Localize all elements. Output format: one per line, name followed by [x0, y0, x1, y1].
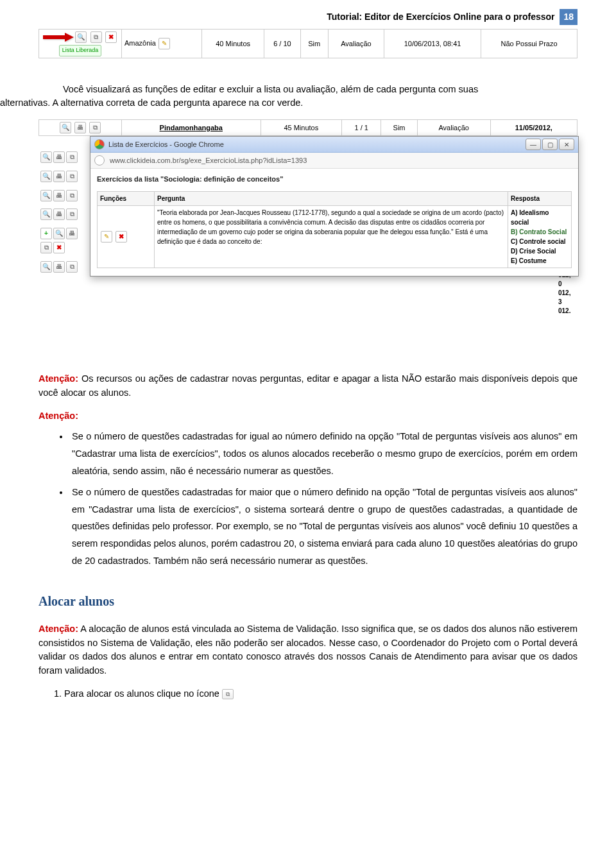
- answers-cell: A) Idealismo social B) Contrato Social C…: [508, 205, 572, 268]
- url-input[interactable]: [108, 156, 574, 165]
- peek-date: 012.: [558, 307, 578, 316]
- bullet-list: Se o número de questões cadastradas for …: [38, 428, 578, 570]
- peek-date: 0: [558, 280, 578, 289]
- delete-icon[interactable]: ✖: [53, 242, 65, 253]
- close-button[interactable]: ✕: [559, 139, 574, 150]
- steps-list: Para alocar os alunos clique no ícone ⧉: [38, 687, 578, 701]
- print-icon[interactable]: 🖶: [53, 171, 65, 182]
- section-title: Alocar alunos: [38, 592, 578, 611]
- minimize-button[interactable]: —: [526, 139, 541, 150]
- address-bar: [90, 153, 578, 169]
- page-header: Tutorial: Editor de Exercícios Online pa…: [38, 9, 578, 25]
- screenshot-composite: 🔍 🖶 ⧉ Pindamonhangaba 45 Minutos 1 / 1 S…: [38, 119, 578, 363]
- peek-date: 3: [558, 298, 578, 307]
- view-icon[interactable]: 🔍: [40, 209, 52, 220]
- cell-sim: Sim: [300, 30, 328, 58]
- answer-b: B) Contrato Social: [511, 227, 569, 237]
- atencao-label-3: Atenção:: [38, 624, 78, 634]
- popup-window: Lista de Exercícios - Google Chrome — ▢ …: [90, 136, 579, 277]
- answer-c: C) Controle social: [511, 237, 569, 246]
- th-funcoes: Funções: [98, 191, 155, 205]
- cell-duration: 40 Minutos: [202, 30, 264, 58]
- arrow-annotation: [43, 33, 75, 42]
- back-score: 1 / 1: [342, 120, 381, 136]
- view-icon[interactable]: 🔍: [40, 171, 52, 182]
- print-icon[interactable]: 🖶: [53, 151, 65, 163]
- bullet-2: Se o número de questões cadastradas for …: [69, 484, 578, 570]
- popup-title: Lista de Exercícios - Google Chrome: [108, 139, 522, 150]
- delete-icon[interactable]: ✖: [116, 231, 127, 243]
- view-icon[interactable]: 🔍: [53, 228, 65, 239]
- questions-table: Funções Pergunta Resposta ✎ ✖ "Teoria el…: [97, 191, 572, 268]
- print-icon[interactable]: 🖶: [53, 209, 65, 220]
- view-icon[interactable]: 🔍: [60, 122, 71, 133]
- cell-score: 6 / 10: [264, 30, 300, 58]
- th-pergunta: Pergunta: [155, 191, 508, 205]
- link-icon[interactable]: ⧉: [40, 242, 52, 253]
- globe-icon: [94, 155, 105, 166]
- link-icon[interactable]: ⧉: [66, 261, 78, 273]
- view-icon[interactable]: 🔍: [40, 261, 52, 273]
- print-icon[interactable]: 🖶: [53, 190, 65, 201]
- cell-type: Avaliação: [328, 30, 384, 58]
- peek-date: 012,: [558, 289, 578, 298]
- link-icon[interactable]: ⧉: [66, 171, 78, 182]
- question-text: "Teoria elaborada por Jean-Jacques Rouss…: [155, 205, 508, 268]
- link-icon[interactable]: ⧉: [90, 31, 102, 43]
- list-name: Amazônia: [124, 39, 156, 47]
- cell-deadline: Não Possui Prazo: [481, 30, 578, 58]
- view-icon[interactable]: 🔍: [75, 31, 87, 43]
- popup-list-title: Exercícios da lista "Sociologia: definiç…: [97, 174, 572, 185]
- view-icon[interactable]: 🔍: [40, 151, 52, 163]
- atencao-label: Atenção:: [38, 373, 78, 384]
- print-icon[interactable]: 🖶: [53, 261, 65, 273]
- print-icon[interactable]: 🖶: [74, 122, 86, 133]
- back-sim: Sim: [381, 120, 417, 136]
- th-resposta: Resposta: [508, 191, 572, 205]
- back-type: Avaliação: [417, 120, 490, 136]
- step-1: Para alocar os alunos clique no ícone ⧉: [64, 687, 578, 701]
- link-icon[interactable]: ⧉: [89, 122, 101, 133]
- back-date: 11/05/2012,: [490, 120, 577, 136]
- edit-icon[interactable]: ✎: [101, 231, 112, 243]
- back-name: Pindamonhangaba: [122, 120, 261, 136]
- link-icon[interactable]: ⧉: [66, 209, 78, 220]
- screenshot-row-table: 🔍 ⧉ ✖ Lista Liberada Amazônia ✎ 40 Minut…: [38, 29, 578, 58]
- status-badge: Lista Liberada: [59, 45, 102, 56]
- print-icon[interactable]: 🖶: [66, 228, 78, 239]
- answer-d: D) Crise Social: [511, 246, 569, 256]
- warning-1: Atenção: Os recursos ou ações de cadastr…: [38, 372, 578, 400]
- page-number: 18: [560, 9, 578, 25]
- view-icon[interactable]: 🔍: [40, 190, 52, 201]
- paragraph-1: Você visualizará as funções de editar e …: [38, 83, 578, 111]
- add-icon[interactable]: +: [40, 228, 52, 239]
- atencao-label-2: Atenção:: [38, 411, 78, 421]
- warning-2: Atenção: A alocação de alunos está vincu…: [38, 622, 578, 678]
- answer-a: A) Idealismo social: [511, 208, 569, 227]
- background-table: 🔍 🖶 ⧉ Pindamonhangaba 45 Minutos 1 / 1 S…: [38, 119, 578, 136]
- header-title: Tutorial: Editor de Exercícios Online pa…: [327, 12, 554, 22]
- popup-titlebar: Lista de Exercícios - Google Chrome — ▢ …: [90, 137, 578, 153]
- cell-date: 10/06/2013, 08:41: [384, 30, 481, 58]
- link-icon[interactable]: ⧉: [66, 151, 78, 163]
- maximize-button[interactable]: ▢: [542, 139, 558, 150]
- link-icon[interactable]: ⧉: [66, 190, 78, 201]
- answer-e: E) Costume: [511, 256, 569, 266]
- delete-icon[interactable]: ✖: [105, 31, 117, 43]
- chrome-icon: [94, 139, 105, 149]
- link-icon[interactable]: ⧉: [222, 689, 234, 699]
- back-dur: 45 Minutos: [261, 120, 342, 136]
- bullet-1: Se o número de questões cadastradas for …: [69, 428, 578, 479]
- edit-icon[interactable]: ✎: [158, 38, 170, 49]
